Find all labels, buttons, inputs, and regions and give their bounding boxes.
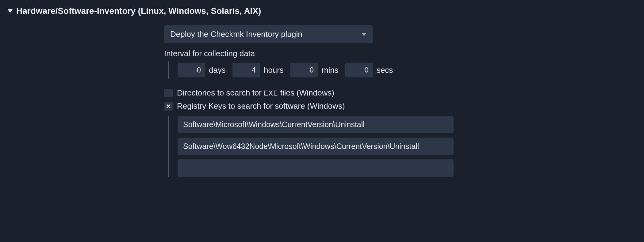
section-content: Deploy the Checkmk Inventory plugin Inte… xyxy=(164,25,636,177)
deploy-dropdown[interactable]: Deploy the Checkmk Inventory plugin xyxy=(164,25,373,43)
secs-input[interactable] xyxy=(345,63,373,77)
mins-unit: mins xyxy=(322,65,339,75)
section-title: Hardware/Software-Inventory (Linux, Wind… xyxy=(16,6,261,16)
collapse-icon xyxy=(8,9,13,13)
registry-key-input-0[interactable] xyxy=(178,116,454,133)
exe-label-before: Directories to search for xyxy=(177,88,264,97)
interval-label: Interval for collecting data xyxy=(164,49,636,58)
deploy-dropdown-value: Deploy the Checkmk Inventory plugin xyxy=(170,29,302,39)
registry-key-input-2[interactable] xyxy=(178,159,454,177)
exe-dirs-option: Directories to search for EXE files (Win… xyxy=(164,88,636,98)
registry-key-input-1[interactable] xyxy=(178,138,454,155)
inventory-section: Hardware/Software-Inventory (Linux, Wind… xyxy=(0,0,644,187)
interval-row: days hours mins secs xyxy=(164,63,636,77)
exe-label-code: EXE xyxy=(264,89,278,98)
secs-unit: secs xyxy=(377,65,393,75)
section-header[interactable]: Hardware/Software-Inventory (Linux, Wind… xyxy=(8,6,636,16)
hours-unit: hours xyxy=(264,65,284,75)
days-unit: days xyxy=(209,65,226,75)
registry-keys-label: Registry Keys to search for software (Wi… xyxy=(177,101,345,111)
hours-input[interactable] xyxy=(232,63,260,77)
exe-dirs-label: Directories to search for EXE files (Win… xyxy=(177,88,334,98)
chevron-down-icon xyxy=(362,33,366,36)
days-input[interactable] xyxy=(178,63,205,77)
mins-input[interactable] xyxy=(290,63,318,77)
registry-keys-option: Registry Keys to search for software (Wi… xyxy=(164,101,636,111)
exe-dirs-checkbox[interactable] xyxy=(164,89,173,97)
registry-keys-list xyxy=(164,116,636,177)
exe-label-after: files (Windows) xyxy=(278,88,334,97)
registry-keys-checkbox[interactable] xyxy=(164,102,173,111)
